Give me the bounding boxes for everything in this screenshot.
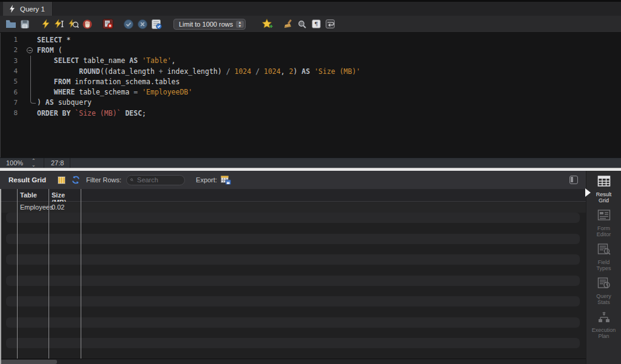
rollback-icon: [138, 19, 147, 29]
code-text[interactable]: FROM (: [37, 46, 62, 55]
find-button[interactable]: [296, 18, 308, 30]
grid-empty-row: [6, 276, 580, 286]
grid-empty-row: [6, 254, 580, 265]
grid-columns-icon: [58, 176, 65, 184]
save-snippet-button[interactable]: [261, 18, 274, 30]
sidebar-item-field-types[interactable]: FieldTypes: [586, 243, 621, 270]
grid-cell[interactable]: Employees: [17, 202, 49, 213]
commit-button[interactable]: [123, 18, 135, 30]
kill-query-button[interactable]: [102, 18, 114, 30]
search-input[interactable]: [136, 176, 181, 184]
code-line[interactable]: 1SELECT *: [1, 35, 621, 45]
toggle-autocommit-button[interactable]: [150, 18, 163, 30]
result-grid-title: Result Grid: [8, 176, 46, 184]
code-line[interactable]: 7) AS subquery: [1, 98, 621, 108]
result-view-sidebar: ResultGridFormEditorFieldTypesQueryStats…: [586, 171, 621, 364]
grid-row-gutter[interactable]: [0, 202, 17, 213]
beautify-icon: [283, 19, 294, 29]
grid-empty-row: [6, 234, 580, 244]
execution-plan-icon: [597, 311, 611, 326]
rollback-button[interactable]: [136, 18, 149, 30]
code-text[interactable]: ) AS subquery: [37, 98, 92, 107]
collapse-arrow-icon[interactable]: [585, 188, 591, 197]
line-number: 5: [1, 78, 18, 85]
filter-search-box[interactable]: [126, 175, 185, 185]
editor-tab-bar: Query 1: [0, 0, 621, 16]
code-text[interactable]: WHERE table_schema = 'EmployeeDB': [37, 88, 192, 96]
select-stepper-icon: ▲▼: [236, 21, 244, 28]
grid-columns-button[interactable]: [56, 174, 68, 186]
beautify-button[interactable]: [282, 18, 294, 30]
cursor-position: 27:8: [51, 159, 64, 167]
grid-empty-row: [6, 286, 580, 296]
find-icon: [298, 20, 306, 28]
code-line[interactable]: 2FROM (: [1, 45, 621, 55]
svg-text:¶: ¶: [314, 21, 318, 27]
grid-empty-row: [6, 338, 580, 348]
code-line[interactable]: 8ORDER BY `Size (MB)` DESC;: [1, 108, 621, 118]
refresh-button[interactable]: [70, 174, 82, 186]
panel-toggle-icon[interactable]: [569, 176, 578, 184]
code-text[interactable]: ORDER BY `Size (MB)` DESC;: [37, 109, 146, 117]
sql-editor-toolbar: Limit to 1000 rows ▲▼ ¶: [0, 16, 621, 33]
export-button[interactable]: [220, 174, 232, 186]
code-text[interactable]: SELECT *: [37, 36, 70, 44]
grid-data-row[interactable]: Employees0.02: [0, 202, 586, 213]
fold-gutter: [18, 35, 37, 45]
zoom-stepper[interactable]: ⌃⌄: [32, 159, 36, 167]
grid-header-row: TableSize (MB): [0, 189, 586, 202]
sidebar-item-query-stats[interactable]: QueryStats: [586, 277, 621, 304]
tab-query-1[interactable]: Query 1: [3, 2, 53, 16]
grid-empty-row: [6, 265, 580, 275]
limit-rows-select[interactable]: Limit to 1000 rows ▲▼: [173, 19, 246, 30]
code-text[interactable]: SELECT table_name AS 'Table',: [37, 56, 176, 65]
sidebar-item-execution-plan[interactable]: ExecutionPlan: [586, 311, 621, 338]
code-line[interactable]: 5 FROM information_schema.tables: [1, 76, 621, 87]
line-number: 6: [1, 88, 18, 96]
grid-empty-row: [6, 213, 580, 223]
grid-empty-row: [6, 317, 580, 328]
grid-header-cell[interactable]: Table: [17, 189, 49, 201]
fold-rail: [30, 56, 36, 104]
sql-code-editor[interactable]: 1SELECT *2FROM (3 SELECT table_name AS '…: [0, 33, 621, 157]
code-line[interactable]: 4 ROUND((data_length + index_length) / 1…: [1, 66, 621, 76]
code-line[interactable]: 6 WHERE table_schema = 'EmployeeDB': [1, 87, 621, 97]
show-invisibles-button[interactable]: ¶: [310, 18, 322, 30]
mysql-workbench-window: Query 1: [0, 0, 621, 364]
sidebar-items: ResultGridFormEditorFieldTypesQueryStats…: [586, 176, 621, 338]
grid-header-cell[interactable]: Size (MB): [49, 189, 81, 201]
query-stats-icon: [597, 277, 611, 292]
fold-marker[interactable]: [18, 45, 37, 55]
tab-title: Query 1: [20, 5, 45, 13]
wrap-text-button[interactable]: [324, 18, 336, 30]
limit-rows-value: Limit to 1000 rows: [179, 21, 233, 28]
line-number: 1: [1, 36, 18, 44]
status-separator: [44, 158, 44, 168]
sidebar-item-label: QueryStats: [596, 293, 611, 305]
grid-empty-row: [6, 296, 580, 306]
scrollbar-thumb[interactable]: [1, 360, 57, 364]
result-grid: TableSize (MB) Employees0.02: [0, 189, 586, 364]
open-script-button[interactable]: [5, 18, 17, 30]
sidebar-item-result-grid[interactable]: ResultGrid: [586, 176, 621, 202]
grid-column-separator[interactable]: [49, 189, 49, 359]
grid-cell[interactable]: 0.02: [49, 202, 81, 213]
sidebar-item-form-editor[interactable]: FormEditor: [586, 210, 621, 236]
horizontal-scrollbar[interactable]: [0, 359, 586, 364]
execute-current-button[interactable]: [53, 18, 65, 30]
show-invisibles-icon: ¶: [312, 19, 321, 28]
code-text[interactable]: FROM information_schema.tables: [37, 78, 180, 86]
grid-column-separator[interactable]: [17, 189, 18, 359]
toggle-autocommit-icon: [152, 19, 162, 29]
save-script-button[interactable]: [19, 18, 31, 30]
query-bolt-icon: [9, 5, 15, 13]
open-script-icon: [6, 20, 16, 28]
code-line[interactable]: 3 SELECT table_name AS 'Table',: [1, 56, 621, 66]
execute-icon: [42, 19, 50, 28]
code-text[interactable]: ROUND((data_length + index_length) / 102…: [37, 67, 360, 76]
explain-button[interactable]: [67, 18, 79, 30]
execute-button[interactable]: [39, 18, 52, 30]
grid-column-separator[interactable]: [81, 189, 81, 359]
sidebar-item-label: ResultGrid: [596, 191, 612, 204]
stop-button[interactable]: [81, 18, 93, 30]
